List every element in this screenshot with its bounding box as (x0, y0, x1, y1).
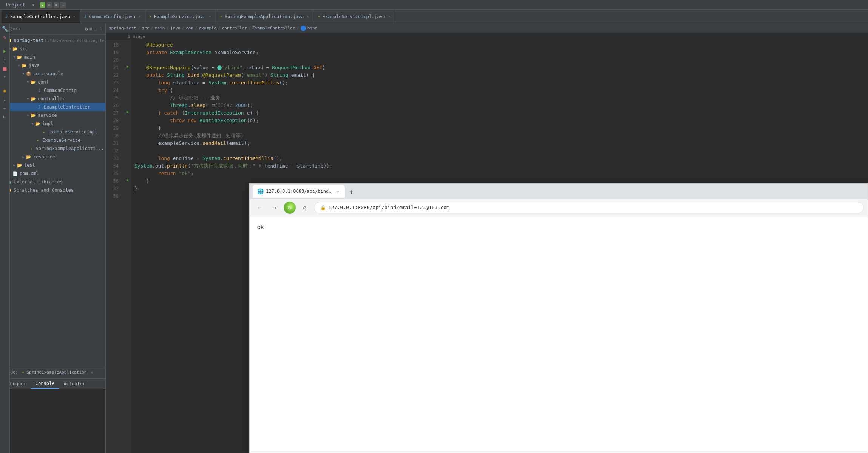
reload-button[interactable]: ↻ (284, 202, 296, 214)
browser-tab-close[interactable]: × (336, 188, 340, 195)
tab-example-controller[interactable]: J ExampleController.java × (2, 10, 80, 23)
code-line-31: exampleService.sendMail(email); (134, 140, 868, 147)
debug-tab-actuator[interactable]: Actuator (59, 379, 90, 389)
ln-23: 23 (106, 79, 121, 87)
tab-close-btn5[interactable]: × (388, 14, 391, 19)
action-step-over[interactable]: ↑ (1, 56, 9, 64)
debug-close-icon[interactable]: × (90, 369, 93, 375)
tree-item-controller[interactable]: ▼ 📂 controller (0, 95, 105, 103)
tree-item-test[interactable]: ▶ 📂 test (0, 161, 105, 169)
tab-example-service[interactable]: ✦ ExampleService.java × (145, 10, 216, 23)
tree-label: spring-test (14, 38, 43, 43)
sidebar-expand-icon[interactable]: ⊞ (90, 26, 92, 32)
action-stop-run[interactable]: ■ (1, 65, 9, 72)
tab-close-btn4[interactable]: × (306, 14, 310, 19)
address-bar[interactable]: 🔒 127.0.0.1:8080/api/bind?email=123@163.… (314, 202, 864, 213)
ln-33: 33 (106, 155, 121, 162)
tree-item-scratches[interactable]: ▶ 📂 Scratches and Consoles (0, 186, 105, 194)
home-button[interactable]: ⌂ (299, 202, 311, 214)
breadcrumb: spring-test / src / main / java / com / … (106, 23, 868, 33)
left-action-strip: 🔧 ✎ ▶ ↑ ■ ↑ ◉ ↓ ✏ ⊞ (0, 23, 10, 453)
bind-icon (301, 26, 306, 31)
action-step[interactable]: ↑ (1, 73, 9, 81)
browser-window: 🌐 127.0.0.1:8080/api/bind?emai... × + ← … (249, 183, 868, 453)
tree-item-main[interactable]: ▼ 📂 main (0, 53, 105, 61)
tree-item-example-service[interactable]: ▶ ✦ ExampleService (0, 136, 105, 144)
tree-arrow-test: ▶ (12, 163, 17, 168)
action-stop[interactable]: ✎ (1, 34, 9, 41)
run-icon: ▶ (40, 2, 45, 8)
ln-24: 24 (106, 87, 121, 94)
code-line-33: long endTime = System.currentTimeMillis(… (134, 155, 868, 162)
tree-item-pom[interactable]: ▶ 📄 pom.xml (0, 169, 105, 178)
tree-item-conf[interactable]: ▼ 📂 conf (0, 78, 105, 86)
browser-tab-label: 127.0.0.1:8080/api/bind?emai... (266, 189, 334, 194)
action-search[interactable]: 🔧 (1, 25, 9, 33)
tree-arrow-com: ▼ (21, 71, 26, 76)
tree-label-example-controller: ExampleController (44, 104, 90, 110)
action-resume[interactable]: ▶ (1, 47, 9, 55)
tab-example-service-impl[interactable]: ✦ ExampleServiceImpl.java × (314, 10, 395, 23)
action-down[interactable]: ↓ (1, 96, 9, 103)
tree-item-com-example[interactable]: ▼ 📦 com.example (0, 70, 105, 78)
back-button[interactable]: ← (253, 202, 266, 214)
menu-project[interactable]: Project (3, 1, 28, 9)
new-tab-button[interactable]: + (346, 186, 357, 197)
tab-common-config[interactable]: J CommonConfig.java × (80, 10, 145, 23)
tab-java-icon2: J (84, 14, 87, 19)
tree-arrow-java: ▼ (17, 63, 21, 68)
sidebar-settings-icon[interactable]: ⋮ (98, 26, 102, 32)
tab-close-btn2[interactable]: × (137, 14, 141, 19)
code-line-18: @Resource (134, 41, 868, 49)
tree-item-impl[interactable]: ▼ 📂 impl (0, 119, 105, 128)
action-breakpoint[interactable]: ◉ (1, 87, 9, 95)
ln-19: 19 (106, 49, 121, 56)
tree-item-src[interactable]: ▼ 📂 src (0, 45, 105, 53)
ln-31: 31 (106, 140, 121, 147)
forward-button[interactable]: → (269, 202, 281, 214)
tab-label: ExampleController.java (10, 14, 70, 19)
browser-tab-active[interactable]: 🌐 127.0.0.1:8080/api/bind?emai... × (253, 185, 345, 198)
ln-38: 38 (106, 192, 121, 200)
tree-item-example-service-impl[interactable]: ▶ ✦ ExampleServiceImpl (0, 128, 105, 136)
tree-arrow-resources: ▶ (21, 155, 26, 159)
tree-item-example-controller[interactable]: ▶ J ExampleController (0, 103, 105, 111)
gutter-25 (124, 93, 131, 100)
action-edit[interactable]: ✏ (1, 104, 9, 112)
tree-item-ext-libs[interactable]: ▶ 📚 External Libraries (0, 178, 105, 186)
sidebar-gear-icon[interactable]: ⚙ (85, 26, 88, 32)
test-folder-icon: 📂 (17, 162, 23, 168)
ln-22: 22 (106, 71, 121, 79)
address-url: 127.0.0.1:8080/api/bind?email=123@163.co… (328, 205, 449, 210)
gutter-23 (124, 78, 131, 85)
menu-bar: Project ▾ ▶ ⚙ ≡ — (0, 0, 868, 10)
code-line-35: return "ok"; (134, 170, 868, 177)
tab-label2: CommonConfig.java (89, 14, 135, 19)
tree-item-common-config[interactable]: ▶ J CommonConfig (0, 86, 105, 95)
code-line-30: //模拟异步任务(发邮件通知、短信等) (134, 132, 868, 140)
tree-item-spring-example-app[interactable]: ▶ ✦ SpringExampleApplicati... (0, 144, 105, 153)
code-line-34: System.out.println("方法执行完成返回，耗时：" + (end… (134, 162, 868, 170)
gutter-37 (124, 183, 131, 191)
ln-30: 30 (106, 132, 121, 140)
tab-close-btn3[interactable]: × (208, 14, 212, 19)
tree-item-service[interactable]: ▼ 📂 service (0, 111, 105, 119)
gutter-24 (124, 85, 131, 93)
tab-spring-app[interactable]: ✦ SpringExampleApplication.java × (216, 10, 314, 23)
tab-close-btn[interactable]: × (73, 14, 76, 19)
debug-tab-console[interactable]: Console (31, 379, 59, 389)
debug-content (0, 389, 105, 453)
tree-label-spring-app: SpringExampleApplicati... (36, 146, 104, 151)
sidebar-collapse-icon[interactable]: ⊟ (94, 26, 96, 32)
tree-item-java[interactable]: ▼ 📂 java (0, 61, 105, 70)
menu-view[interactable]: ▾ (29, 1, 38, 9)
browser-content-area: ok (250, 216, 868, 453)
mapping-icon (217, 65, 222, 70)
common-config-java-icon: J (36, 87, 42, 93)
gutter-30 (124, 130, 131, 138)
action-layout[interactable]: ⊞ (1, 113, 9, 121)
ln-37: 37 (106, 185, 121, 192)
tree-item-resources[interactable]: ▶ 📂 resources (0, 153, 105, 161)
tree-item-spring-test[interactable]: ▼ 📁 spring-test E:\Java\examples\spring-… (0, 36, 105, 45)
main-folder-icon: 📂 (17, 54, 23, 60)
